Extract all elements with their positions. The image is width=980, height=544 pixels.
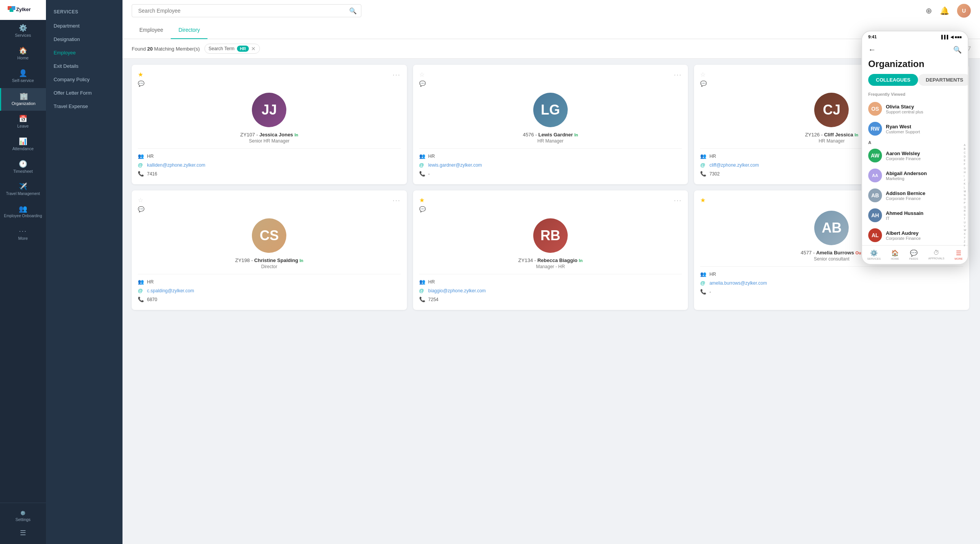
alpha-c[interactable]: C	[964, 151, 966, 154]
star-button[interactable]: ★	[138, 71, 144, 78]
email-link[interactable]: amelia.burrows@zylker.com	[709, 280, 767, 286]
mobile-nav-home[interactable]: 🏠 HOME	[889, 249, 901, 261]
ryan-info: Ryan West Customer Support	[886, 124, 962, 134]
list-item-addison[interactable]: AB Addison Bernice Corporate Finance	[865, 185, 960, 205]
sidebar-item-home[interactable]: 🏠 Home	[0, 43, 46, 65]
alpha-k[interactable]: K	[964, 182, 966, 185]
frequently-viewed-title: Frequently Viewed	[862, 90, 968, 99]
mobile-nav-feeds[interactable]: 💬 FEEDS	[907, 249, 920, 261]
close-badge-button[interactable]: ✕	[251, 46, 256, 52]
sub-sidebar-exit[interactable]: Exit Details	[46, 59, 122, 73]
phone-info: 📞 -	[700, 287, 963, 296]
bell-icon[interactable]: 🔔	[940, 6, 949, 15]
sub-sidebar-travel[interactable]: Travel Expense	[46, 100, 122, 113]
star-button[interactable]: ★	[700, 197, 706, 204]
sidebar-item-travel[interactable]: ✈️ Travel Management	[0, 179, 46, 201]
sub-sidebar-department[interactable]: Department	[46, 19, 122, 33]
sidebar-item-more[interactable]: ··· More	[0, 223, 46, 246]
alpha-s[interactable]: S	[964, 213, 966, 216]
card-menu-button[interactable]: ···	[674, 197, 682, 205]
sidebar-item-attendance[interactable]: 📊 Attendance	[0, 133, 46, 156]
star-button[interactable]: ☆	[419, 71, 426, 78]
alpha-u[interactable]: U	[964, 221, 966, 224]
sub-sidebar-offer[interactable]: Offer Letter Form	[46, 86, 122, 100]
alpha-b[interactable]: B	[964, 147, 966, 151]
alpha-q[interactable]: Q	[964, 205, 966, 209]
add-icon[interactable]: ⊕	[926, 6, 932, 15]
sub-sidebar-policy[interactable]: Company Policy	[46, 73, 122, 86]
email-link[interactable]: biaggio@zphone.zylker.com	[428, 288, 486, 293]
list-item-albert[interactable]: AL Albert Audrey Corporate Finance	[865, 225, 960, 245]
alpha-r[interactable]: R	[964, 209, 966, 213]
alpha-l[interactable]: L	[964, 186, 966, 189]
list-item-ryan[interactable]: RW Ryan West Customer Support	[865, 119, 965, 139]
star-button[interactable]: ☆	[700, 71, 707, 78]
tab-employee[interactable]: Employee	[132, 21, 171, 39]
hamburger-menu[interactable]: ☰	[0, 526, 46, 540]
alpha-t[interactable]: T	[964, 217, 966, 220]
card-menu-button[interactable]: ···	[393, 71, 401, 79]
email-link[interactable]: kalliden@zphone.zylker.com	[147, 162, 205, 168]
alpha-d[interactable]: D	[964, 155, 966, 159]
email-link[interactable]: cliff@zphone.zylker.com	[709, 162, 759, 168]
alpha-x[interactable]: X	[964, 232, 966, 236]
sidebar-item-organization[interactable]: 🏢 Organization	[0, 88, 46, 111]
alpha-h[interactable]: H	[964, 170, 966, 174]
alpha-w[interactable]: W	[964, 228, 966, 232]
list-item-aaron[interactable]: AW Aaron Welsley Corporate Finance	[865, 146, 960, 165]
alpha-a[interactable]: A	[964, 143, 966, 147]
chat-button[interactable]: 💬	[419, 80, 426, 87]
user-avatar[interactable]: U	[957, 4, 971, 18]
alpha-o[interactable]: O	[964, 198, 966, 201]
list-item-olivia[interactable]: OS Olivia Stacy Support central plus	[865, 99, 965, 119]
chat-button[interactable]: 💬	[419, 206, 426, 212]
sidebar-item-leave[interactable]: 📅 Leave	[0, 111, 46, 133]
star-button[interactable]: ☆	[138, 197, 144, 204]
search-input[interactable]	[132, 4, 361, 17]
alpha-j[interactable]: J	[964, 178, 966, 182]
sidebar-item-selfservice[interactable]: 👤 Self-service	[0, 65, 46, 88]
alpha-g[interactable]: G	[964, 167, 966, 170]
card-menu-button[interactable]: ···	[393, 197, 401, 205]
email-link[interactable]: lewis.gardner@zylker.com	[428, 162, 482, 168]
phone-info: 📞 7254	[419, 295, 682, 304]
mobile-nav-more[interactable]: ☰ MORE	[952, 249, 965, 261]
addison-avatar: AB	[868, 188, 882, 202]
mobile-tab-colleagues[interactable]: COLLEAGUES	[868, 74, 918, 86]
list-item-ahmed[interactable]: AH Ahmed Hussain IT	[865, 205, 960, 225]
onboarding-icon: 👥	[19, 205, 27, 212]
alpha-z[interactable]: Z	[964, 240, 966, 244]
sidebar-settings[interactable]: ⚙️ Settings	[0, 507, 46, 526]
alpha-y[interactable]: Y	[964, 236, 966, 239]
alpha-f[interactable]: F	[964, 163, 966, 166]
addison-name: Addison Bernice	[886, 190, 957, 196]
star-button[interactable]: ★	[419, 197, 426, 204]
mobile-nav-services[interactable]: ⚙️ SERVICES	[865, 249, 883, 261]
alpha-p[interactable]: P	[964, 202, 966, 205]
alphabet-index: A B C D E F G H I J K L M N O P Q	[964, 143, 966, 247]
alpha-m[interactable]: M	[964, 190, 966, 193]
email-link[interactable]: c.spalding@zylker.com	[147, 288, 194, 293]
sidebar-item-onboarding[interactable]: 👥 Employee Onboarding	[0, 201, 46, 223]
organization-icon: 🏢	[20, 93, 28, 100]
alpha-i[interactable]: I	[964, 174, 966, 178]
card-header: ☆ 💬 ···	[138, 197, 401, 212]
alpha-e[interactable]: E	[964, 159, 966, 162]
alpha-v[interactable]: V	[964, 224, 966, 228]
alpha-hash[interactable]: #	[964, 244, 966, 247]
logo[interactable]: Zylker	[0, 0, 46, 20]
alpha-n[interactable]: N	[964, 193, 966, 197]
mobile-tab-departments[interactable]: DEPARTMENTS	[918, 74, 969, 86]
mobile-nav-approvals[interactable]: ⏱ APPROVALS	[926, 249, 947, 261]
tab-directory[interactable]: Directory	[171, 21, 207, 39]
sub-sidebar-designation[interactable]: Designation	[46, 33, 122, 46]
chat-button[interactable]: 💬	[138, 80, 144, 87]
mobile-mockup: 9:41 ▌▌▌ ◀ ■■■ ← 🔍 Organization COLLEAGU…	[861, 59, 969, 265]
sidebar-item-services[interactable]: ⚙️ Services	[0, 20, 46, 43]
card-menu-button[interactable]: ···	[674, 71, 682, 79]
list-item-abigail[interactable]: AA Abigail Anderson Marketing	[865, 165, 960, 185]
chat-button[interactable]: 💬	[700, 80, 707, 87]
sub-sidebar-employee[interactable]: Employee	[46, 46, 122, 59]
sidebar-item-timesheet[interactable]: 🕐 Timesheet	[0, 156, 46, 179]
chat-button[interactable]: 💬	[138, 206, 144, 212]
